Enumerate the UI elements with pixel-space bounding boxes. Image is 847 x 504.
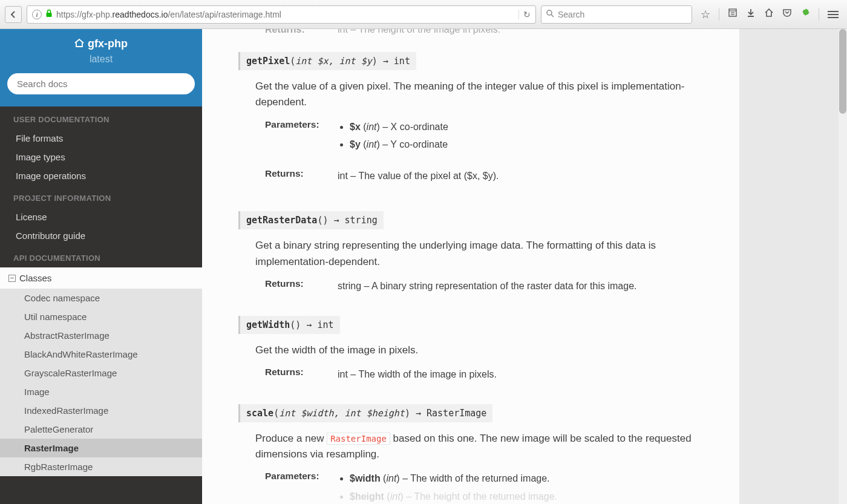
lock-icon (45, 9, 53, 19)
nav-subitem[interactable]: RgbRasterImage (0, 457, 202, 476)
field-parameters: Parameters: $x (int) – X co-ordinate $y … (265, 119, 715, 155)
addon-icon[interactable] (800, 8, 810, 21)
info-icon[interactable]: i (32, 10, 42, 19)
nav-subitem[interactable]: Image (0, 382, 202, 401)
nav-subitem[interactable]: PaletteGenerator (0, 420, 202, 439)
nav-subitem-active[interactable]: RasterImage (0, 439, 202, 457)
library-icon[interactable] (728, 8, 737, 21)
nav-subitem[interactable]: GrayscaleRasterImage (0, 364, 202, 382)
nav-item[interactable]: Image operations (0, 166, 202, 185)
project-title[interactable]: gfx-php (74, 38, 128, 50)
truncated-top-row: Returns: int – The height of the image i… (265, 29, 715, 35)
nav-subitem[interactable]: Codec namespace (0, 289, 202, 307)
field-returns: Returns: int – The value of the pixel at… (265, 168, 715, 184)
search-icon (546, 10, 554, 19)
nav-subitem[interactable]: Util namespace (0, 307, 202, 326)
nav-subitem[interactable]: BlackAndWhiteRasterImage (0, 345, 202, 364)
home-icon (74, 39, 84, 50)
home-icon[interactable] (764, 8, 774, 21)
method-signature: scale(int $width, int $height) → RasterI… (238, 404, 492, 422)
scrollbar-thumb[interactable] (839, 29, 846, 114)
field-returns: Returns: string – A binary string repres… (265, 278, 715, 294)
method-signature: getRasterData() → string (238, 211, 384, 229)
nav-caption-api: API DOCUMENTATION (0, 245, 202, 267)
sidebar: gfx-php latest USER DOCUMENTATION File f… (0, 29, 202, 504)
collapse-icon[interactable]: − (8, 275, 16, 282)
docs-search-input[interactable] (7, 73, 195, 94)
nav-caption-project: PROJECT INFORMATION (0, 185, 202, 208)
nav-item[interactable]: Image types (0, 148, 202, 166)
nav-subitem[interactable]: IndexedRasterImage (0, 401, 202, 420)
method-signature: getPixel(int $x, int $y) → int (238, 52, 416, 70)
search-placeholder: Search (558, 10, 584, 19)
method-description: Get a binary string representing the und… (255, 238, 715, 270)
method-getPixel: getPixel(int $x, int $y) → int Get the v… (238, 52, 715, 183)
nav-item[interactable]: License (0, 208, 202, 226)
field-parameters: Parameters: $width (int) – The width of … (265, 471, 715, 504)
url-text: https://gfx-php.readthedocs.io/en/latest… (56, 10, 281, 19)
nav-sublist: Codec namespace Util namespace AbstractR… (0, 289, 202, 476)
menu-icon[interactable] (828, 11, 839, 18)
browser-toolbar: i https://gfx-php.readthedocs.io/en/late… (0, 0, 847, 29)
separator (719, 8, 719, 21)
content-area: Returns: int – The height of the image i… (202, 29, 847, 504)
svg-rect-0 (47, 13, 52, 17)
method-scale: scale(int $width, int $height) → RasterI… (238, 404, 715, 504)
method-signature: getWidth() → int (238, 316, 340, 334)
reload-button[interactable]: ↻ (518, 10, 531, 19)
browser-search[interactable]: Search (541, 5, 692, 24)
method-description: Produce a new RasterImage based on this … (255, 431, 715, 463)
back-button[interactable] (5, 6, 22, 23)
toolbar-icons: ☆ (697, 8, 842, 21)
nav-caption-user: USER DOCUMENTATION (0, 106, 202, 129)
separator (819, 8, 819, 21)
svg-point-1 (547, 10, 552, 15)
downloads-icon[interactable] (746, 8, 756, 21)
field-returns: Returns: int – The width of the image in… (265, 367, 715, 382)
pocket-icon[interactable] (782, 8, 792, 21)
nav-item-current[interactable]: − Classes (0, 267, 202, 289)
url-bar[interactable]: i https://gfx-php.readthedocs.io/en/late… (27, 5, 536, 24)
method-getWidth: getWidth() → int Get the width of the im… (238, 316, 715, 382)
method-description: Get the value of a given pixel. The mean… (255, 79, 715, 111)
method-description: Get the width of the image in pixels. (255, 342, 715, 358)
sidebar-header: gfx-php latest (0, 29, 202, 106)
nav-subitem[interactable]: AbstractRasterImage (0, 326, 202, 345)
version-label[interactable]: latest (7, 54, 195, 65)
bookmark-star-icon[interactable]: ☆ (701, 8, 710, 21)
vertical-scrollbar[interactable] (839, 29, 847, 504)
method-getRasterData: getRasterData() → string Get a binary st… (238, 211, 715, 293)
nav-item[interactable]: File formats (0, 129, 202, 148)
nav-item[interactable]: Contributor guide (0, 226, 202, 245)
svg-line-2 (551, 15, 554, 17)
